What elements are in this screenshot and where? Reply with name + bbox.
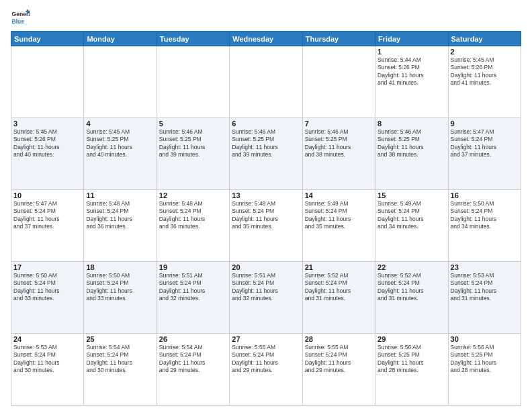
day-info: Sunrise: 5:53 AM Sunset: 5:24 PM Dayligh… <box>13 344 81 375</box>
calendar-week-row: 3Sunrise: 5:45 AM Sunset: 5:26 PM Daylig… <box>11 118 521 190</box>
calendar-cell: 30Sunrise: 5:56 AM Sunset: 5:25 PM Dayli… <box>448 334 521 406</box>
calendar-cell: 5Sunrise: 5:46 AM Sunset: 5:25 PM Daylig… <box>157 118 229 190</box>
day-number: 1 <box>378 48 445 56</box>
calendar-cell: 22Sunrise: 5:52 AM Sunset: 5:24 PM Dayli… <box>375 262 448 334</box>
day-number: 3 <box>13 120 81 128</box>
day-info: Sunrise: 5:46 AM Sunset: 5:25 PM Dayligh… <box>159 128 227 159</box>
day-number: 25 <box>86 335 154 343</box>
calendar-cell: 25Sunrise: 5:54 AM Sunset: 5:24 PM Dayli… <box>84 334 157 406</box>
day-info: Sunrise: 5:52 AM Sunset: 5:24 PM Dayligh… <box>378 272 445 303</box>
day-info: Sunrise: 5:48 AM Sunset: 5:24 PM Dayligh… <box>232 200 300 231</box>
day-of-week-header: Thursday <box>302 32 375 46</box>
day-number: 7 <box>305 120 373 128</box>
day-of-week-header: Saturday <box>448 32 521 46</box>
calendar-cell: 20Sunrise: 5:51 AM Sunset: 5:24 PM Dayli… <box>230 262 302 334</box>
day-number: 30 <box>451 335 519 343</box>
logo-icon: General Blue <box>11 8 30 27</box>
calendar-cell: 3Sunrise: 5:45 AM Sunset: 5:26 PM Daylig… <box>11 118 84 190</box>
day-info: Sunrise: 5:45 AM Sunset: 5:25 PM Dayligh… <box>86 128 154 159</box>
day-info: Sunrise: 5:50 AM Sunset: 5:24 PM Dayligh… <box>86 272 154 303</box>
day-number: 5 <box>159 120 227 128</box>
calendar-cell: 19Sunrise: 5:51 AM Sunset: 5:24 PM Dayli… <box>157 262 229 334</box>
calendar-cell <box>302 46 375 118</box>
day-info: Sunrise: 5:51 AM Sunset: 5:24 PM Dayligh… <box>232 272 300 303</box>
day-info: Sunrise: 5:47 AM Sunset: 5:24 PM Dayligh… <box>13 200 81 231</box>
calendar-week-row: 17Sunrise: 5:50 AM Sunset: 5:24 PM Dayli… <box>11 262 521 334</box>
calendar-cell: 4Sunrise: 5:45 AM Sunset: 5:25 PM Daylig… <box>84 118 157 190</box>
calendar-cell: 29Sunrise: 5:56 AM Sunset: 5:25 PM Dayli… <box>375 334 448 406</box>
day-number: 4 <box>86 120 154 128</box>
day-number: 10 <box>13 191 81 199</box>
day-number: 16 <box>451 191 519 199</box>
day-number: 28 <box>305 335 373 343</box>
day-number: 24 <box>13 335 81 343</box>
calendar-cell: 18Sunrise: 5:50 AM Sunset: 5:24 PM Dayli… <box>84 262 157 334</box>
day-info: Sunrise: 5:55 AM Sunset: 5:24 PM Dayligh… <box>305 344 373 375</box>
calendar-cell: 15Sunrise: 5:49 AM Sunset: 5:24 PM Dayli… <box>375 190 448 262</box>
calendar-cell: 26Sunrise: 5:54 AM Sunset: 5:24 PM Dayli… <box>157 334 229 406</box>
day-info: Sunrise: 5:44 AM Sunset: 5:26 PM Dayligh… <box>378 56 445 87</box>
day-number: 13 <box>232 191 300 199</box>
day-number: 20 <box>232 263 300 271</box>
day-number: 15 <box>378 191 445 199</box>
day-info: Sunrise: 5:56 AM Sunset: 5:25 PM Dayligh… <box>378 344 445 375</box>
day-number: 2 <box>451 48 519 56</box>
day-number: 27 <box>232 335 300 343</box>
calendar-cell: 2Sunrise: 5:45 AM Sunset: 5:26 PM Daylig… <box>448 46 521 118</box>
day-number: 17 <box>13 263 81 271</box>
day-info: Sunrise: 5:54 AM Sunset: 5:24 PM Dayligh… <box>159 344 227 375</box>
day-number: 9 <box>451 120 519 128</box>
day-of-week-header: Monday <box>84 32 157 46</box>
day-number: 12 <box>159 191 227 199</box>
calendar-cell: 14Sunrise: 5:49 AM Sunset: 5:24 PM Dayli… <box>302 190 375 262</box>
calendar-cell: 9Sunrise: 5:47 AM Sunset: 5:24 PM Daylig… <box>448 118 521 190</box>
day-of-week-header: Wednesday <box>230 32 302 46</box>
calendar-cell <box>157 46 229 118</box>
day-info: Sunrise: 5:55 AM Sunset: 5:24 PM Dayligh… <box>232 344 300 375</box>
calendar-cell: 11Sunrise: 5:48 AM Sunset: 5:24 PM Dayli… <box>84 190 157 262</box>
day-number: 18 <box>86 263 154 271</box>
day-info: Sunrise: 5:45 AM Sunset: 5:26 PM Dayligh… <box>13 128 81 159</box>
calendar-cell: 6Sunrise: 5:46 AM Sunset: 5:25 PM Daylig… <box>230 118 302 190</box>
day-info: Sunrise: 5:53 AM Sunset: 5:24 PM Dayligh… <box>451 272 519 303</box>
calendar-cell: 21Sunrise: 5:52 AM Sunset: 5:24 PM Dayli… <box>302 262 375 334</box>
day-info: Sunrise: 5:46 AM Sunset: 5:25 PM Dayligh… <box>305 128 373 159</box>
day-info: Sunrise: 5:52 AM Sunset: 5:24 PM Dayligh… <box>305 272 373 303</box>
calendar-cell: 1Sunrise: 5:44 AM Sunset: 5:26 PM Daylig… <box>375 46 448 118</box>
calendar-cell: 24Sunrise: 5:53 AM Sunset: 5:24 PM Dayli… <box>11 334 84 406</box>
day-number: 14 <box>305 191 373 199</box>
day-info: Sunrise: 5:45 AM Sunset: 5:26 PM Dayligh… <box>451 56 519 87</box>
calendar-header-row: SundayMondayTuesdayWednesdayThursdayFrid… <box>11 32 521 46</box>
day-info: Sunrise: 5:50 AM Sunset: 5:24 PM Dayligh… <box>13 272 81 303</box>
calendar-cell <box>230 46 302 118</box>
day-number: 19 <box>159 263 227 271</box>
day-of-week-header: Friday <box>375 32 448 46</box>
day-number: 11 <box>86 191 154 199</box>
calendar-cell: 10Sunrise: 5:47 AM Sunset: 5:24 PM Dayli… <box>11 190 84 262</box>
calendar-week-row: 1Sunrise: 5:44 AM Sunset: 5:26 PM Daylig… <box>11 46 521 118</box>
day-info: Sunrise: 5:46 AM Sunset: 5:25 PM Dayligh… <box>378 128 445 159</box>
day-number: 6 <box>232 120 300 128</box>
calendar-cell: 28Sunrise: 5:55 AM Sunset: 5:24 PM Dayli… <box>302 334 375 406</box>
day-info: Sunrise: 5:56 AM Sunset: 5:25 PM Dayligh… <box>451 344 519 375</box>
day-info: Sunrise: 5:48 AM Sunset: 5:24 PM Dayligh… <box>86 200 154 231</box>
day-number: 23 <box>451 263 519 271</box>
calendar-week-row: 10Sunrise: 5:47 AM Sunset: 5:24 PM Dayli… <box>11 190 521 262</box>
day-number: 21 <box>305 263 373 271</box>
day-info: Sunrise: 5:49 AM Sunset: 5:24 PM Dayligh… <box>378 200 445 231</box>
day-info: Sunrise: 5:50 AM Sunset: 5:24 PM Dayligh… <box>451 200 519 231</box>
calendar-cell <box>84 46 157 118</box>
day-number: 26 <box>159 335 227 343</box>
calendar-table: SundayMondayTuesdayWednesdayThursdayFrid… <box>11 31 521 406</box>
day-info: Sunrise: 5:49 AM Sunset: 5:24 PM Dayligh… <box>305 200 373 231</box>
calendar-cell: 16Sunrise: 5:50 AM Sunset: 5:24 PM Dayli… <box>448 190 521 262</box>
day-info: Sunrise: 5:48 AM Sunset: 5:24 PM Dayligh… <box>159 200 227 231</box>
header: General Blue <box>11 8 521 27</box>
calendar-cell: 27Sunrise: 5:55 AM Sunset: 5:24 PM Dayli… <box>230 334 302 406</box>
calendar-cell: 8Sunrise: 5:46 AM Sunset: 5:25 PM Daylig… <box>375 118 448 190</box>
calendar-cell: 12Sunrise: 5:48 AM Sunset: 5:24 PM Dayli… <box>157 190 229 262</box>
calendar-cell: 23Sunrise: 5:53 AM Sunset: 5:24 PM Dayli… <box>448 262 521 334</box>
svg-text:Blue: Blue <box>12 18 25 25</box>
day-number: 29 <box>378 335 445 343</box>
calendar-cell <box>11 46 84 118</box>
